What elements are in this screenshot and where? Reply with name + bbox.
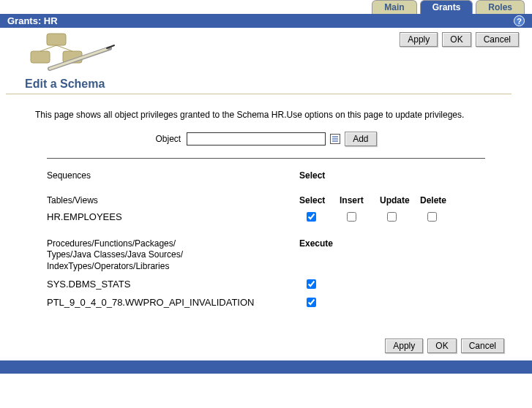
apply-button[interactable]: Apply — [385, 339, 423, 353]
object-name: SYS.DBMS_STATS — [47, 279, 299, 290]
procedures-group: Procedures/Functions/Packages/ Types/Jav… — [47, 238, 485, 309]
object-input[interactable] — [187, 132, 326, 146]
apply-button[interactable]: Apply — [400, 32, 438, 47]
sequences-label: Sequences — [47, 170, 299, 181]
table-row: PTL_9_0_4_0_78.WWPRO_API_INVALIDATION — [47, 295, 485, 309]
footer-bar — [0, 360, 532, 374]
object-name: PTL_9_0_4_0_78.WWPRO_API_INVALIDATION — [47, 297, 299, 308]
ok-button[interactable]: OK — [442, 32, 471, 47]
tab-roles[interactable]: Roles — [476, 0, 525, 14]
checkbox-insert[interactable] — [347, 212, 356, 222]
tab-main[interactable]: Main — [372, 0, 416, 14]
object-label: Object — [155, 134, 181, 144]
cancel-button[interactable]: Cancel — [461, 339, 504, 353]
lov-picker-icon[interactable] — [330, 134, 340, 144]
tab-grants[interactable]: Grants — [420, 0, 473, 14]
checkbox-delete[interactable] — [427, 212, 437, 222]
svg-line-3 — [40, 45, 56, 51]
tables-label: Tables/Views — [47, 195, 299, 205]
divider — [47, 158, 485, 159]
svg-rect-1 — [31, 51, 50, 63]
sequences-group: Sequences Select — [47, 170, 485, 181]
col-header-update: Update — [380, 195, 420, 205]
schema-logo-icon — [20, 32, 116, 76]
table-row: HR.EMPLOYEES — [47, 210, 485, 224]
col-header-select: Select — [299, 195, 340, 205]
cancel-button[interactable]: Cancel — [476, 32, 519, 47]
header-bar: Grants: HR ? — [0, 14, 532, 28]
col-header-delete: Delete — [420, 195, 460, 205]
ok-button[interactable]: OK — [427, 339, 456, 353]
page-title: Edit a Schema — [6, 76, 512, 94]
page-title-breadcrumb: Grants: HR — [7, 15, 58, 26]
checkbox-select[interactable] — [307, 212, 316, 222]
svg-line-4 — [56, 45, 72, 51]
checkbox-update[interactable] — [387, 212, 397, 222]
object-name: HR.EMPLOYEES — [47, 211, 299, 222]
svg-rect-0 — [47, 34, 66, 45]
help-icon[interactable]: ? — [514, 15, 525, 26]
table-row: SYS.DBMS_STATS — [47, 277, 485, 291]
checkbox-execute[interactable] — [307, 298, 316, 307]
col-header-execute: Execute — [299, 238, 340, 273]
procedures-label: Procedures/Functions/Packages/ Types/Jav… — [47, 238, 299, 273]
page-description: This page shows all object privileges gr… — [6, 94, 526, 129]
tables-group: Tables/Views Select Insert Update Delete… — [47, 195, 485, 224]
add-button[interactable]: Add — [345, 132, 376, 146]
col-header-insert: Insert — [340, 195, 380, 205]
col-header-select: Select — [299, 170, 340, 181]
checkbox-execute[interactable] — [307, 279, 316, 289]
